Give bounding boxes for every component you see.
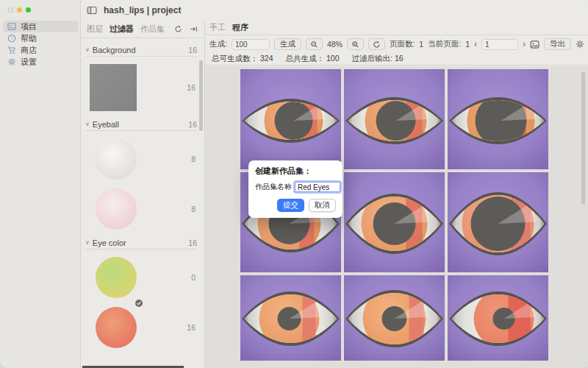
layer-sections: ∨ Background 16 16 ∨ Eyeball 16 88 ∨ Eye… xyxy=(81,39,204,348)
generated-image[interactable] xyxy=(448,172,548,272)
generated-image[interactable] xyxy=(344,69,445,169)
layer-item[interactable]: 0 xyxy=(90,257,197,298)
page-input[interactable] xyxy=(481,39,518,50)
section-count: 16 xyxy=(188,120,197,129)
generated-image[interactable] xyxy=(344,275,445,361)
sidebar-toggle-icon[interactable] xyxy=(87,5,97,15)
layer-thumbnail xyxy=(96,188,137,230)
stat-total-generated: 总共生成：100 xyxy=(284,54,340,64)
window-title: hash_lips | project xyxy=(104,5,181,15)
layer-item[interactable]: 8 xyxy=(90,138,197,180)
generated-image[interactable] xyxy=(344,172,445,272)
item-count: 8 xyxy=(191,155,196,163)
sidebar-item-settings[interactable]: 设置 xyxy=(3,56,78,68)
generated-image[interactable] xyxy=(240,69,341,169)
check-icon xyxy=(135,297,143,304)
project-icon xyxy=(7,22,16,31)
stat-total-possible: 总可生成数：324 xyxy=(209,54,273,64)
tab-filters[interactable]: 过滤器 xyxy=(110,24,134,35)
section-count: 16 xyxy=(188,46,197,54)
collapse-right-icon[interactable] xyxy=(188,24,198,35)
chevron-down-icon: ∨ xyxy=(85,47,90,53)
tab-layers[interactable]: 图层 xyxy=(87,24,103,35)
section-header[interactable]: ∨ Background 16 xyxy=(85,46,197,57)
title-bar: hash_lips | project xyxy=(81,0,588,21)
back-icon[interactable]: ‹ xyxy=(474,39,477,49)
generated-image[interactable] xyxy=(240,275,341,361)
section-header[interactable]: ∨ Eyeball 16 xyxy=(85,120,197,131)
export-button[interactable]: 导出 xyxy=(544,38,571,50)
tab-collections[interactable]: 作品集 xyxy=(140,24,165,35)
item-count: 0 xyxy=(191,273,196,282)
forward-icon[interactable]: › xyxy=(523,39,526,49)
image-icon[interactable] xyxy=(530,39,539,49)
section-header[interactable]: ∨ Eye color 16 xyxy=(85,238,197,250)
generate-button[interactable]: 生成 xyxy=(274,38,301,50)
tab-manual[interactable]: 手工 xyxy=(209,22,226,33)
help-icon: ? xyxy=(7,34,16,43)
panel-tab-bar: 图层 过滤器 作品集 xyxy=(81,21,204,38)
layer-section: ∨ Background 16 16 xyxy=(81,46,204,111)
layer-section: ∨ Eyeball 16 88 xyxy=(81,120,204,230)
zoom-out-button[interactable] xyxy=(306,38,323,50)
chevron-down-icon: ∨ xyxy=(85,121,90,127)
stat-filtered-output: 过滤后输出:16 xyxy=(350,54,404,64)
sidebar-item-project[interactable]: 项目 xyxy=(3,21,78,32)
main-tab-bar: 手工 程序 xyxy=(205,21,588,35)
layer-item[interactable]: 16 xyxy=(90,307,197,348)
layers-panel: 图层 过滤器 作品集 ∨ Background 16 16 ∨ Eyeball … xyxy=(81,21,204,368)
zoom-in-button[interactable] xyxy=(347,38,364,50)
cancel-button[interactable]: 取消 xyxy=(309,199,336,212)
generated-image[interactable] xyxy=(448,275,548,361)
gear-icon[interactable] xyxy=(576,39,584,49)
pages-value: 1 xyxy=(419,40,423,49)
settings-icon xyxy=(7,57,16,66)
item-count: 16 xyxy=(187,83,196,92)
canvas-scrollbar[interactable] xyxy=(581,72,585,205)
refresh-canvas-button[interactable] xyxy=(368,38,385,50)
layer-thumbnail xyxy=(96,257,137,298)
svg-text:?: ? xyxy=(10,35,13,40)
submit-button[interactable]: 提交 xyxy=(277,199,304,212)
app-window: 项目 ? 帮助 商店 设置 hash_lips | project 图层 过滤器… xyxy=(0,0,588,368)
traffic-lights xyxy=(8,7,31,13)
current-page-value: 1 xyxy=(465,40,470,49)
dialog-title: 创建新作品集： xyxy=(255,166,336,177)
pages-label: 页面数: xyxy=(390,39,415,49)
collection-name-input[interactable] xyxy=(295,182,340,192)
item-count: 16 xyxy=(187,323,196,332)
layer-thumbnail xyxy=(96,138,137,180)
item-count: 8 xyxy=(191,205,196,213)
generate-label: 生成: xyxy=(209,39,227,49)
close-button-icon[interactable] xyxy=(8,7,13,13)
generate-count-input[interactable] xyxy=(232,39,270,50)
zoom-button-icon[interactable] xyxy=(26,7,31,13)
current-page-label: 当前页面: xyxy=(428,39,461,49)
refresh-icon[interactable] xyxy=(173,24,183,35)
section-name: Eye color xyxy=(93,238,126,247)
layer-section: ∨ Eye color 16 016 xyxy=(81,238,204,348)
generated-image[interactable] xyxy=(448,69,548,169)
panel-scrollbar[interactable] xyxy=(199,60,203,131)
sidebar-item-store[interactable]: 商店 xyxy=(3,44,78,56)
layer-item[interactable]: 8 xyxy=(90,188,197,230)
section-name: Eyeball xyxy=(93,120,119,129)
minimize-button-icon[interactable] xyxy=(17,7,22,13)
section-count: 16 xyxy=(188,238,197,247)
panel-body: ∨ Background 16 16 ∨ Eyeball 16 88 ∨ Eye… xyxy=(81,39,204,368)
collection-name-label: 作品集名称 xyxy=(255,182,292,192)
sidebar-item-help[interactable]: ? 帮助 xyxy=(3,32,78,44)
zoom-level: 48% xyxy=(327,40,343,49)
main-toolbar: 生成: 生成 48% 页面数: 1 当前页面: 1 ‹ › 导出 xyxy=(205,35,588,53)
stats-bar: 总可生成数：324 总共生成：100 过滤后输出:16 xyxy=(205,53,588,66)
section-name: Background xyxy=(93,46,136,54)
store-icon xyxy=(7,46,16,54)
layer-thumbnail xyxy=(90,64,137,111)
sidebar: 项目 ? 帮助 商店 设置 xyxy=(0,0,81,368)
create-collection-dialog: 创建新作品集： 作品集名称 提交 取消 xyxy=(248,160,343,218)
layer-item[interactable]: 16 xyxy=(90,64,197,111)
chevron-down-icon: ∨ xyxy=(85,240,90,246)
layer-thumbnail xyxy=(96,307,137,348)
sidebar-nav: 项目 ? 帮助 商店 设置 xyxy=(0,21,81,68)
tab-program[interactable]: 程序 xyxy=(232,22,248,33)
